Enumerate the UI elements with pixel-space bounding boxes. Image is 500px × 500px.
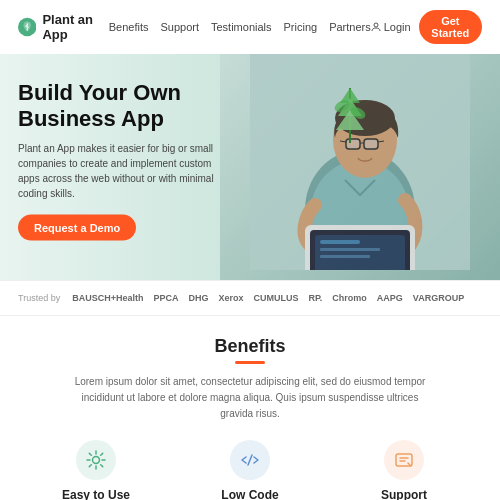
- trusted-label: Trusted by: [18, 293, 60, 303]
- logo-ppca: PPCA: [153, 293, 178, 303]
- svg-point-1: [374, 23, 378, 27]
- support-icon: [384, 440, 424, 480]
- plant-icon: [320, 68, 380, 148]
- logo-dhg: DHG: [188, 293, 208, 303]
- nav-support[interactable]: Support: [160, 21, 199, 33]
- benefits-cards: Easy to Use Enterprise deployment become…: [18, 440, 482, 500]
- logo-rp: RP.: [308, 293, 322, 303]
- logo-bausch: BAUSCH+Health: [72, 293, 143, 303]
- nav-partners[interactable]: Partners: [329, 21, 371, 33]
- plant-decoration: [320, 68, 380, 151]
- trusted-bar: Trusted by BAUSCH+Health PPCA DHG Xerox …: [0, 280, 500, 316]
- nav-testimonials[interactable]: Testimonials: [211, 21, 272, 33]
- easy-to-use-name: Easy to Use: [34, 488, 158, 500]
- request-demo-button[interactable]: Request a Demo: [18, 214, 136, 240]
- svg-rect-22: [320, 248, 380, 251]
- svg-rect-23: [320, 255, 370, 258]
- benefit-low-code: Low Code Build from scratch an app with …: [180, 440, 320, 500]
- login-button[interactable]: Login: [371, 21, 411, 33]
- logo-xerox: Xerox: [218, 293, 243, 303]
- easy-to-use-icon: [76, 440, 116, 480]
- nav-right: Login Get Started: [371, 10, 482, 44]
- navigation: Plant an App Benefits Support Testimonia…: [0, 0, 500, 54]
- logo-chromo: Chromo: [332, 293, 367, 303]
- benefits-section: Benefits Lorem ipsum dolor sit amet, con…: [0, 316, 500, 500]
- hero-section: Build Your Own Business App Plant an App…: [0, 40, 500, 280]
- benefit-support: Support Just send us your support reques…: [334, 440, 474, 500]
- nav-pricing[interactable]: Pricing: [284, 21, 318, 33]
- nav-benefits[interactable]: Benefits: [109, 21, 149, 33]
- logo-icon: [18, 16, 36, 38]
- login-label: Login: [384, 21, 411, 33]
- svg-rect-21: [320, 240, 360, 244]
- benefits-description: Lorem ipsum dolor sit amet, consectetur …: [70, 374, 430, 422]
- svg-point-24: [93, 457, 100, 464]
- logo[interactable]: Plant an App: [18, 12, 109, 42]
- user-icon: [371, 22, 381, 32]
- hero-content: Build Your Own Business App Plant an App…: [18, 80, 218, 241]
- nav-links: Benefits Support Testimonials Pricing Pa…: [109, 21, 371, 33]
- hero-description: Plant an App makes it easier for big or …: [18, 140, 218, 200]
- benefit-easy-to-use: Easy to Use Enterprise deployment become…: [26, 440, 166, 500]
- get-started-button[interactable]: Get Started: [419, 10, 482, 44]
- low-code-name: Low Code: [188, 488, 312, 500]
- low-code-icon: [230, 440, 270, 480]
- logo-vargroup: VARGROUP: [413, 293, 464, 303]
- benefits-underline: [235, 361, 265, 364]
- support-name: Support: [342, 488, 466, 500]
- logo-aapg: AAPG: [377, 293, 403, 303]
- logo-text: Plant an App: [42, 12, 108, 42]
- logo-cumulus: CUMULUS: [253, 293, 298, 303]
- hero-title: Build Your Own Business App: [18, 80, 218, 133]
- trusted-logos: BAUSCH+Health PPCA DHG Xerox CUMULUS RP.…: [72, 293, 464, 303]
- benefits-title: Benefits: [18, 336, 482, 357]
